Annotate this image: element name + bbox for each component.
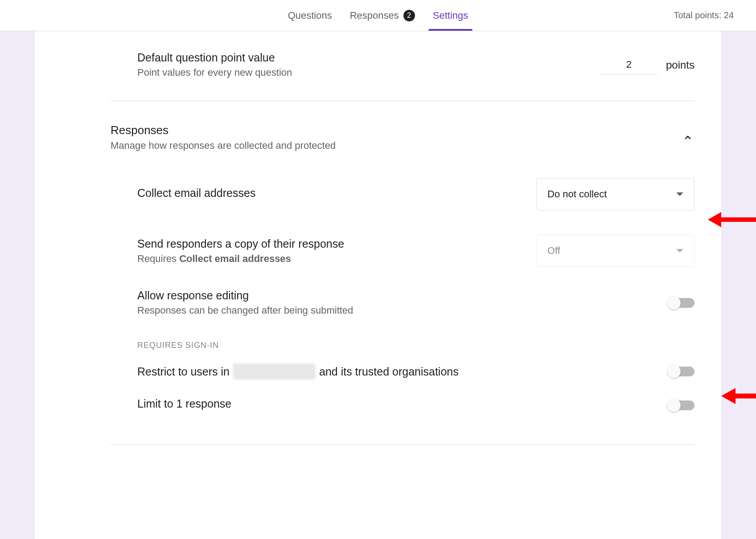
annotation-arrow-2 bbox=[721, 385, 756, 409]
send-copy-subtitle-bold: Collect email addresses bbox=[179, 253, 291, 264]
tab-responses[interactable]: Responses 2 bbox=[350, 0, 415, 31]
allow-editing-title: Allow response editing bbox=[137, 289, 669, 302]
tab-questions[interactable]: Questions bbox=[288, 0, 332, 31]
limit-response-text: Limit to 1 response bbox=[137, 397, 669, 413]
allow-editing-subtitle: Responses can be changed after being sub… bbox=[137, 305, 669, 316]
send-copy-text: Send responders a copy of their response… bbox=[137, 237, 536, 265]
requires-signin-label: REQUIRES SIGN-IN bbox=[35, 327, 721, 355]
toggle-knob bbox=[667, 399, 681, 412]
default-question-subtitle: Point values for every new question bbox=[137, 67, 600, 78]
send-copy-selected: Off bbox=[547, 245, 560, 257]
limit-response-title: Limit to 1 response bbox=[137, 397, 669, 410]
collect-email-text: Collect email addresses bbox=[137, 187, 536, 202]
points-control: points bbox=[600, 55, 694, 74]
tab-responses-label: Responses bbox=[350, 10, 399, 21]
points-unit-label: points bbox=[666, 59, 694, 71]
send-copy-dropdown: Off bbox=[536, 235, 694, 267]
toggle-knob bbox=[667, 365, 681, 378]
chevron-up-icon bbox=[681, 131, 694, 144]
responses-section-header[interactable]: Responses Manage how responses are colle… bbox=[35, 114, 721, 160]
send-copy-subtitle: Requires Collect email addresses bbox=[137, 253, 536, 265]
responses-count-badge: 2 bbox=[403, 10, 415, 21]
restrict-prefix: Restrict to users in bbox=[137, 365, 230, 378]
divider bbox=[111, 444, 694, 445]
allow-editing-row: Allow response editing Responses can be … bbox=[35, 278, 721, 327]
send-copy-title: Send responders a copy of their response bbox=[137, 237, 536, 250]
collect-email-selected: Do not collect bbox=[547, 188, 607, 200]
allow-editing-text: Allow response editing Responses can be … bbox=[137, 289, 669, 316]
content-area: Default question point value Point value… bbox=[0, 31, 756, 539]
limit-response-row: Limit to 1 response bbox=[35, 388, 721, 422]
restrict-users-toggle[interactable] bbox=[669, 367, 694, 376]
tab-settings[interactable]: Settings bbox=[433, 0, 468, 31]
limit-response-toggle[interactable] bbox=[669, 400, 694, 410]
total-points-label: Total points: 24 bbox=[674, 10, 734, 20]
responses-section-subtitle: Manage how responses are collected and p… bbox=[111, 140, 681, 151]
collect-email-row: Collect email addresses Do not collect bbox=[35, 160, 721, 224]
restrict-users-text: Restrict to users in and its trusted org… bbox=[137, 363, 459, 380]
top-bar: Questions Responses 2 Settings Total poi… bbox=[0, 0, 756, 31]
settings-card: Default question point value Point value… bbox=[35, 31, 721, 539]
points-input[interactable] bbox=[600, 55, 658, 74]
default-question-title: Default question point value bbox=[137, 51, 600, 64]
collect-email-dropdown[interactable]: Do not collect bbox=[536, 178, 694, 210]
send-copy-subtitle-prefix: Requires bbox=[137, 253, 179, 264]
responses-header-text: Responses Manage how responses are colle… bbox=[111, 123, 681, 151]
responses-section-title: Responses bbox=[111, 123, 681, 137]
default-question-text: Default question point value Point value… bbox=[137, 51, 600, 78]
send-copy-row: Send responders a copy of their response… bbox=[35, 224, 721, 278]
toggle-knob bbox=[667, 296, 681, 310]
restrict-suffix: and its trusted organisations bbox=[319, 365, 459, 378]
dropdown-arrow-icon bbox=[676, 249, 683, 253]
divider bbox=[111, 101, 694, 101]
restrict-users-row: Restrict to users in and its trusted org… bbox=[35, 355, 721, 388]
tabs-container: Questions Responses 2 Settings bbox=[288, 0, 468, 31]
allow-editing-toggle[interactable] bbox=[669, 298, 694, 308]
dropdown-arrow-icon bbox=[676, 192, 683, 196]
default-question-row: Default question point value Point value… bbox=[35, 42, 721, 87]
organisation-name-blurred bbox=[233, 363, 316, 380]
collect-email-title: Collect email addresses bbox=[137, 187, 536, 200]
